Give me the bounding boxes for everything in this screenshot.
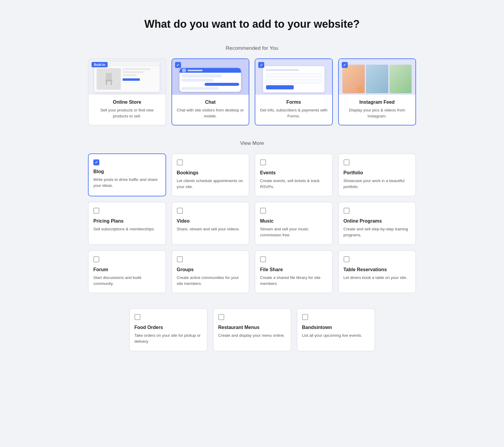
card-image-forms [255,59,332,95]
card-title-online-programs: Online Programs [344,218,411,224]
card-online-programs[interactable]: Online Programs Create and sell step-by-… [338,202,416,245]
viewmore-grid: Blog Write posts to drive traffic and sh… [88,153,416,294]
card-desc-forms: Get info, subscribers & payments with Fo… [259,107,328,119]
checkbox-bookings[interactable] [177,159,183,165]
card-image-online-store: Built-In [89,59,166,95]
card-title-bandsintown: Bandsintown [302,325,370,330]
viewmore-label: View More [12,140,492,146]
card-desc-pricing-plans: Sell subscriptions & memberships. [93,226,161,232]
card-bookings[interactable]: Bookings Let clients schedule appointmen… [171,153,250,197]
card-desc-online-store: Sell your products or find new products … [93,107,161,119]
card-image-chat [172,59,249,95]
checkbox-events[interactable] [260,159,266,165]
card-desc-events: Create events, sell tickets & track RSVP… [260,178,327,190]
recommended-label: Recommended for You [12,45,492,51]
card-title-file-share: File Share [260,267,327,272]
card-desc-blog: Write posts to drive traffic and share y… [93,177,161,189]
card-content-instagram: Instagram Feed Display your pics & video… [339,95,416,125]
card-desc-food-orders: Take orders on your site for pickup or d… [134,333,202,345]
card-forum[interactable]: Forum Start discussions and build commun… [88,250,166,294]
checkbox-pricing-plans[interactable] [93,208,99,214]
card-title-chat: Chat [176,100,245,105]
card-desc-groups: Create active communities for your site … [177,275,244,287]
card-desc-restaurant-menus: Create and display your menu online. [218,333,286,339]
card-pricing-plans[interactable]: Pricing Plans Sell subscriptions & membe… [88,202,166,245]
card-content-chat: Chat Chat with site visitors from deskto… [172,95,249,125]
bottom-grid: Food Orders Take orders on your site for… [129,308,375,351]
card-title-restaurant-menus: Restaurant Menus [218,325,286,330]
checkbox-video[interactable] [177,208,183,214]
card-title-online-store: Online Store [93,100,161,105]
checkbox-instagram[interactable] [342,62,348,68]
card-title-video: Video [177,218,244,224]
card-title-instagram: Instagram Feed [343,100,412,105]
card-online-store[interactable]: Built-In [88,58,166,125]
card-title-forms: Forms [259,100,328,105]
svg-rect-2 [106,81,107,85]
card-restaurant-menus[interactable]: Restaurant Menus Create and display your… [213,308,291,351]
card-file-share[interactable]: File Share Create a shared file library … [255,250,333,294]
checkbox-restaurant-menus[interactable] [218,314,224,320]
card-portfolio[interactable]: Portfolio Showcase your work in a beauti… [338,153,416,197]
checkbox-music[interactable] [260,208,266,214]
card-table-reservations[interactable]: Table Reservations Let diners book a tab… [338,250,416,294]
card-video[interactable]: Video Share, stream and sell your videos… [171,202,250,245]
card-title-portfolio: Portfolio [344,170,411,176]
card-forms[interactable]: Forms Get info, subscribers & payments w… [255,58,333,125]
card-desc-bookings: Let clients schedule appointments on you… [177,178,244,190]
card-title-groups: Groups [177,267,244,272]
card-title-forum: Forum [93,267,161,272]
checkbox-table-reservations[interactable] [344,256,350,262]
card-desc-music: Stream and sell your music commission fr… [260,226,327,238]
card-desc-file-share: Create a shared file library for site me… [260,275,327,287]
checkbox-file-share[interactable] [260,256,266,262]
card-music[interactable]: Music Stream and sell your music commiss… [255,202,333,245]
card-food-orders[interactable]: Food Orders Take orders on your site for… [129,308,208,351]
svg-rect-3 [111,81,112,85]
card-instagram-feed[interactable]: Instagram Feed Display your pics & video… [338,58,416,125]
card-desc-portfolio: Showcase your work in a beautiful portfo… [344,178,411,190]
card-title-music: Music [260,218,327,224]
card-content-forms: Forms Get info, subscribers & payments w… [255,95,332,125]
card-groups[interactable]: Groups Create active communities for you… [171,250,250,294]
card-content-online-store: Online Store Sell your products or find … [89,95,166,125]
card-image-instagram [339,59,416,95]
checkbox-forms[interactable] [258,62,264,68]
svg-rect-1 [105,80,112,81]
card-title-bookings: Bookings [177,170,244,176]
card-title-table-reservations: Table Reservations [344,267,411,272]
card-desc-chat: Chat with site visitors from desktop or … [176,107,245,119]
card-desc-table-reservations: Let diners book a table on your site. [344,275,411,281]
card-title-food-orders: Food Orders [134,325,202,330]
card-desc-forum: Start discussions and build community. [93,275,161,287]
card-desc-bandsintown: List all your upcoming live events. [302,333,370,339]
card-chat[interactable]: Chat Chat with site visitors from deskto… [171,58,250,125]
card-desc-instagram: Display your pics & videos from Instagra… [343,107,412,119]
checkbox-chat[interactable] [175,62,181,68]
built-in-badge: Built-In [92,62,108,67]
card-desc-online-programs: Create and sell step-by-step training pr… [344,226,411,238]
checkbox-portfolio[interactable] [344,159,350,165]
page-title: What do you want to add to your website? [12,18,492,30]
checkbox-online-programs[interactable] [344,208,350,214]
checkbox-groups[interactable] [177,256,183,262]
checkbox-forum[interactable] [93,256,99,262]
checkbox-blog[interactable] [93,159,99,165]
card-title-blog: Blog [93,169,161,174]
checkbox-bandsintown[interactable] [302,314,308,320]
card-blog[interactable]: Blog Write posts to drive traffic and sh… [88,153,166,197]
card-events[interactable]: Events Create events, sell tickets & tra… [255,153,333,197]
card-bandsintown[interactable]: Bandsintown List all your upcoming live … [297,308,375,351]
svg-rect-0 [106,73,112,80]
checkbox-food-orders[interactable] [134,314,140,320]
recommended-grid: Built-In [88,58,416,125]
card-title-events: Events [260,170,327,176]
card-title-pricing-plans: Pricing Plans [93,218,161,224]
card-desc-video: Share, stream and sell your videos. [177,226,244,232]
